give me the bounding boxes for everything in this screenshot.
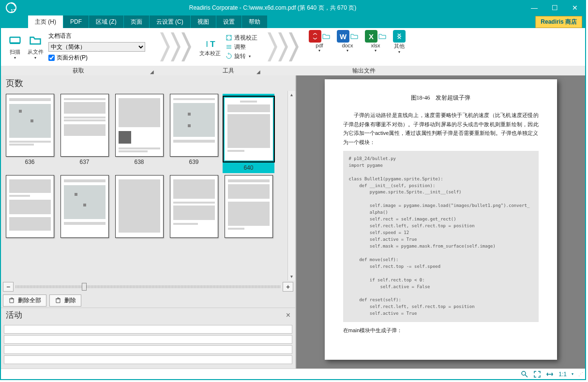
- window-title: Readiris Corporate - C:\www.x6d.com.pdf …: [21, 4, 524, 12]
- svg-text:T: T: [210, 39, 215, 48]
- trash-icon: [55, 297, 61, 304]
- paragraph-after: 在main模块中生成子弹：: [343, 326, 539, 335]
- maximize-button[interactable]: ☐: [544, 1, 565, 15]
- zoom-in-button[interactable]: +: [283, 282, 293, 292]
- text-correction-button[interactable]: 文本校正: [199, 50, 221, 57]
- page-thumb-638[interactable]: 638: [113, 94, 165, 173]
- ribbon-label-acquire: 获取◢: [1, 66, 156, 75]
- dialog-launcher-icon[interactable]: ◢: [256, 69, 260, 74]
- document-page-preview: 图18-46 发射超级子弹 子弹的运动路径是直线向上，速度需要略快于飞机的速度（…: [325, 79, 557, 360]
- thumbnail-area: 636 637 638 639 640 ▴▾: [1, 91, 295, 280]
- pdf-icon: [309, 30, 321, 43]
- doc-language-label: 文档语言: [48, 32, 145, 40]
- excel-icon: X: [365, 30, 377, 43]
- delete-button[interactable]: 删除: [49, 294, 81, 307]
- page-analysis-checkbox[interactable]: 页面分析(P): [48, 54, 145, 62]
- page-thumb-645[interactable]: [223, 175, 274, 238]
- doc-language-select[interactable]: 中文（简体）: [48, 42, 145, 52]
- left-pane: 页数 636 637 638 639 640 ▴▾: [1, 75, 296, 368]
- svg-text:I: I: [206, 39, 208, 48]
- fit-screen-icon[interactable]: [533, 370, 541, 378]
- tab-settings[interactable]: 设置: [216, 15, 242, 28]
- statusbar: 1:1▾ ⋰: [1, 368, 585, 379]
- activity-row: [4, 335, 292, 344]
- tab-help[interactable]: 帮助: [242, 15, 268, 28]
- activity-row: [4, 325, 292, 334]
- perspective-button[interactable]: 透视校正: [226, 34, 257, 42]
- ribbon-label-output: 输出文件: [301, 66, 427, 75]
- activity-row: [4, 355, 292, 364]
- other-output-icon: [393, 30, 406, 43]
- ribbon-group-tools: IT 文本校正 透视校正 调整 旋转▾: [196, 28, 263, 66]
- pages-header: 页数: [1, 75, 295, 91]
- svg-rect-2: [10, 37, 20, 43]
- minimize-button[interactable]: —: [524, 1, 544, 15]
- page-thumb-641[interactable]: [4, 175, 56, 238]
- tab-pdf[interactable]: PDF: [63, 15, 89, 28]
- tab-view[interactable]: 视图: [191, 15, 216, 28]
- dialog-launcher-icon[interactable]: ◢: [150, 69, 154, 74]
- zoom-slider-handle[interactable]: [82, 283, 87, 291]
- output-xlsx-button[interactable]: X xlsx▾: [365, 30, 386, 53]
- folder-small-icon: [350, 33, 358, 40]
- zoom-out-button[interactable]: −: [3, 282, 14, 292]
- page-thumb-639[interactable]: 639: [168, 94, 220, 173]
- zoom-slider[interactable]: [15, 285, 281, 288]
- page-thumb-637[interactable]: 637: [59, 94, 110, 173]
- resize-grip-icon[interactable]: ⋰: [578, 371, 582, 377]
- figure-title: 图18-46 发射超级子弹: [343, 94, 539, 102]
- ribbon-chevrons-1: [160, 28, 192, 66]
- ribbon-label-tools: 工具◢: [195, 66, 262, 75]
- svg-point-6: [522, 371, 526, 375]
- page-thumb-636[interactable]: 636: [4, 94, 56, 173]
- page-thumb-640[interactable]: 640: [223, 94, 274, 173]
- svg-text:17: 17: [11, 8, 15, 13]
- folder-small-icon: [322, 33, 330, 40]
- text-correction-icon: IT: [204, 37, 216, 50]
- page-thumb-643[interactable]: [113, 175, 165, 238]
- zoom-status-icon[interactable]: [521, 370, 528, 378]
- trash-icon: [8, 297, 15, 304]
- page-thumb-644[interactable]: [168, 175, 220, 238]
- menu-tabbar: 主页 (H) PDF 区域 (Z) 页面 云设置 (C) 视图 设置 帮助 Re…: [1, 15, 585, 28]
- scanner-icon: [8, 34, 22, 47]
- from-file-button[interactable]: 从文件 ▾: [25, 34, 45, 60]
- tab-home[interactable]: 主页 (H): [28, 15, 63, 28]
- page-thumb-642[interactable]: [59, 175, 110, 238]
- folder-small-icon: [378, 33, 386, 40]
- folder-icon: [29, 34, 42, 47]
- tab-cloud[interactable]: 云设置 (C): [150, 15, 191, 28]
- store-button[interactable]: Readiris 商店: [535, 16, 582, 28]
- activity-header: 活动×: [1, 308, 295, 322]
- activity-close-icon[interactable]: ×: [286, 311, 290, 320]
- word-icon: W: [337, 30, 349, 43]
- tab-page[interactable]: 页面: [124, 15, 150, 28]
- delete-all-button[interactable]: 删除全部: [3, 294, 46, 307]
- thumbnail-zoom-bar: − +: [1, 280, 295, 293]
- ribbon-group-output: pdf▾ W docx▾ X xlsx▾ 其他▾: [305, 28, 409, 66]
- scan-button[interactable]: 扫描 ▾: [5, 34, 25, 60]
- activity-panel: [1, 322, 295, 368]
- paragraph: 子弹的运动路径是直线向上，速度需要略快于飞机的速度（比飞机速度还慢的子弹总好像有…: [343, 111, 539, 147]
- fit-width-icon[interactable]: [546, 370, 554, 378]
- output-docx-button[interactable]: W docx▾: [337, 30, 358, 53]
- titlebar: 17 Readiris Corporate - C:\www.x6d.com.p…: [1, 1, 585, 15]
- output-other-button[interactable]: 其他▾: [393, 30, 406, 54]
- activity-row: [4, 345, 292, 354]
- ribbon-chevrons-2: [267, 28, 299, 66]
- ribbon-group-acquire: 扫描 ▾ 从文件 ▾ 文档语言 中文（简体） 页面分析(P): [1, 28, 156, 66]
- zoom-ratio[interactable]: 1:1: [558, 371, 567, 378]
- close-button[interactable]: ✕: [565, 1, 585, 15]
- thumbnails-scrollbar[interactable]: ▴▾: [287, 91, 295, 280]
- ribbon: 扫描 ▾ 从文件 ▾ 文档语言 中文（简体） 页面分析(P): [1, 28, 585, 75]
- app-logo-icon: 17: [1, 1, 21, 15]
- preview-pane[interactable]: 图18-46 发射超级子弹 子弹的运动路径是直线向上，速度需要略快于飞机的速度（…: [296, 75, 585, 368]
- svg-rect-3: [10, 43, 20, 44]
- tab-zone[interactable]: 区域 (Z): [89, 15, 124, 28]
- code-block: # p18_24/bullet.py import pygame class B…: [343, 151, 539, 323]
- output-pdf-button[interactable]: pdf▾: [309, 30, 330, 53]
- adjust-button[interactable]: 调整: [226, 43, 257, 51]
- rotate-button[interactable]: 旋转▾: [226, 52, 257, 60]
